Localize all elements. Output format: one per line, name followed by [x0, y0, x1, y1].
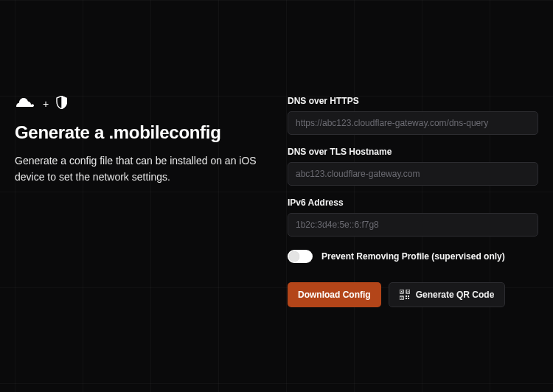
generate-qr-label: Generate QR Code	[416, 290, 495, 300]
svg-rect-1	[400, 291, 401, 292]
input-ipv6[interactable]	[288, 213, 538, 237]
shield-icon	[56, 96, 68, 112]
input-doh[interactable]	[288, 111, 538, 135]
field-ipv6: IPv6 Address	[288, 197, 538, 237]
cloudflare-icon	[15, 96, 35, 112]
logo-row: +	[15, 96, 265, 112]
svg-rect-5	[400, 298, 401, 298]
svg-rect-9	[408, 298, 409, 299]
download-config-label: Download Config	[298, 290, 371, 300]
label-ipv6: IPv6 Address	[288, 197, 538, 208]
main-container: + Generate a .mobileconfig Generate a co…	[0, 0, 553, 392]
left-column: + Generate a .mobileconfig Generate a co…	[15, 96, 288, 377]
generate-qr-button[interactable]: Generate QR Code	[389, 282, 506, 307]
svg-rect-8	[406, 298, 407, 299]
download-config-button[interactable]: Download Config	[288, 282, 381, 307]
label-dot: DNS over TLS Hostname	[288, 147, 538, 157]
svg-rect-7	[408, 295, 409, 297]
label-doh: DNS over HTTPS	[288, 96, 538, 106]
svg-rect-6	[406, 295, 407, 297]
toggle-label: Prevent Removing Profile (supervised onl…	[321, 251, 505, 262]
qr-code-icon	[400, 290, 410, 300]
supervised-toggle[interactable]	[288, 250, 313, 263]
plus-sign: +	[43, 98, 49, 110]
right-column: DNS over HTTPS DNS over TLS Hostname IPv…	[288, 96, 538, 377]
svg-rect-3	[407, 291, 408, 292]
button-row: Download Config	[288, 282, 538, 307]
toggle-row: Prevent Removing Profile (supervised onl…	[288, 250, 538, 263]
field-dot: DNS over TLS Hostname	[288, 147, 538, 186]
input-dot[interactable]	[288, 162, 538, 186]
page-subtitle: Generate a config file that can be insta…	[15, 153, 265, 185]
field-doh: DNS over HTTPS	[288, 96, 538, 135]
page-title: Generate a .mobileconfig	[15, 122, 265, 143]
